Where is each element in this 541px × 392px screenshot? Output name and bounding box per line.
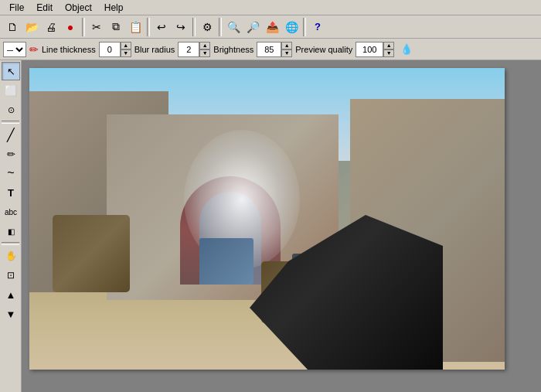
open-button[interactable]: 📂	[22, 18, 41, 36]
line-thickness-down[interactable]: ▼	[121, 49, 131, 57]
separator4	[219, 18, 222, 36]
brightness-spinbox[interactable]: ▲ ▼	[257, 42, 292, 57]
blur-radius-spin-buttons: ▲ ▼	[199, 42, 210, 57]
line-thickness-spin-buttons: ▲ ▼	[121, 42, 131, 57]
brightness-input[interactable]	[257, 42, 281, 57]
redo-button[interactable]: ↪	[172, 18, 190, 36]
select-tool[interactable]: ↖	[2, 62, 20, 80]
crop-tool[interactable]: ⊡	[2, 266, 20, 285]
paste-button[interactable]: 📋	[126, 18, 145, 36]
preview-quality-spinbox[interactable]: ▲ ▼	[356, 42, 394, 57]
move-up-tool[interactable]: ▲	[2, 285, 20, 304]
stop-button[interactable]: ●	[61, 18, 80, 36]
barrels-left	[53, 215, 130, 292]
brightness-spin-buttons: ▲ ▼	[281, 42, 292, 57]
blur-radius-up[interactable]: ▲	[199, 42, 210, 49]
copy-button[interactable]: ⧉	[107, 18, 125, 36]
toolbar2-options: — ✏ Line thickness ▲ ▼ Blur radius ▲ ▼ B…	[0, 39, 541, 60]
preview-quality-input[interactable]	[356, 42, 383, 57]
separator3	[192, 18, 196, 36]
undo-button[interactable]: ↩	[152, 18, 171, 36]
new-button[interactable]: 🗋	[3, 18, 22, 36]
print-button[interactable]: 🖨	[42, 18, 60, 36]
tool-sep2	[2, 242, 19, 245]
blur-radius-down[interactable]: ▼	[199, 49, 210, 57]
preview-quality-spin-buttons: ▲ ▼	[383, 42, 394, 57]
highlight-tool[interactable]: abc	[2, 203, 20, 221]
eyedropper-button[interactable]: 💧	[397, 40, 416, 59]
preview-quality-label: Preview quality	[295, 45, 352, 54]
menu-help[interactable]: Help	[98, 1, 130, 15]
truck	[199, 238, 253, 285]
menu-file[interactable]: File	[3, 1, 30, 15]
scene	[29, 68, 505, 370]
line-thickness-input[interactable]	[99, 42, 121, 57]
menu-bar: File Edit Object Help	[0, 0, 541, 15]
text-tool[interactable]: T	[2, 183, 20, 202]
curve-tool[interactable]: ~	[2, 164, 20, 182]
line-thickness-spinbox[interactable]: ▲ ▼	[99, 42, 131, 57]
preview-quality-down[interactable]: ▼	[383, 49, 394, 57]
line-thickness-up[interactable]: ▲	[121, 42, 131, 49]
object-tool[interactable]: ◧	[2, 222, 20, 240]
brightness-label: Brightness	[213, 45, 253, 54]
menu-object[interactable]: Object	[59, 1, 98, 15]
pencil-icon: ✏	[29, 43, 39, 56]
blur-radius-input[interactable]	[178, 42, 199, 57]
move-down-tool[interactable]: ▼	[2, 305, 20, 323]
separator2	[147, 18, 150, 36]
import-button[interactable]: 🌐	[282, 18, 301, 36]
toolbox: ↖ ⬜ ⊙ ╱ ✏ ~ T abc ◧ ✋ ⊡ ▲ ▼	[0, 60, 22, 392]
menu-edit[interactable]: Edit	[30, 1, 59, 15]
toolbar1: 🗋 📂 🖨 ● ✂ ⧉ 📋 ↩ ↪ ⚙ 🔍 🔎 📤 🌐 ?	[0, 15, 541, 39]
tool-select[interactable]: —	[3, 42, 26, 57]
blur-radius-spinbox[interactable]: ▲ ▼	[178, 42, 210, 57]
blur-radius-label: Blur radius	[134, 45, 175, 54]
canvas-area	[22, 60, 541, 392]
zoom-in-button[interactable]: 🔍	[224, 18, 243, 36]
main-area: ↖ ⬜ ⊙ ╱ ✏ ~ T abc ◧ ✋ ⊡ ▲ ▼	[0, 60, 541, 392]
help-button[interactable]: ?	[308, 18, 327, 36]
canvas-image	[29, 68, 505, 370]
tool-sep1	[2, 121, 19, 124]
brightness-up[interactable]: ▲	[281, 42, 292, 49]
rect-select-tool[interactable]: ⬜	[2, 81, 20, 100]
settings-button[interactable]: ⚙	[198, 18, 216, 36]
preview-quality-up[interactable]: ▲	[383, 42, 394, 49]
line-thickness-label: Line thickness	[42, 45, 96, 54]
pencil-tool[interactable]: ✏	[2, 145, 20, 163]
brightness-down[interactable]: ▼	[281, 49, 292, 57]
separator1	[82, 18, 85, 36]
cut-button[interactable]: ✂	[87, 18, 106, 36]
tool-dropdown[interactable]: —	[3, 42, 26, 57]
canvas-container	[29, 68, 505, 370]
export-button[interactable]: 📤	[263, 18, 281, 36]
hand-tool[interactable]: ✋	[2, 247, 20, 265]
ellipse-select-tool[interactable]: ⊙	[2, 101, 20, 119]
zoom-out-button[interactable]: 🔎	[243, 18, 262, 36]
separator5	[303, 18, 306, 36]
line-tool[interactable]: ╱	[2, 125, 20, 144]
